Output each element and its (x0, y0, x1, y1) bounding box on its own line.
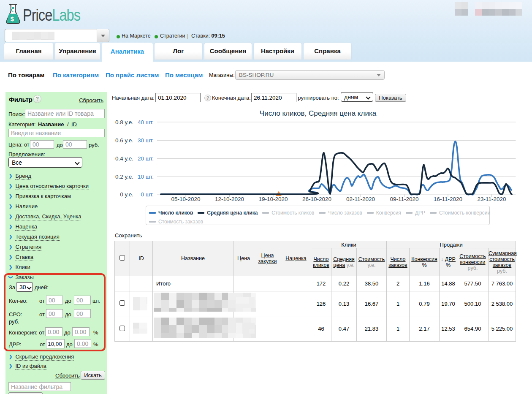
svg-text:30 шт.: 30 шт. (138, 137, 154, 144)
svg-text:02-11-2020: 02-11-2020 (346, 196, 375, 202)
svg-text:0.2 у.е.: 0.2 у.е. (115, 174, 133, 180)
svg-text:16-11-2020: 16-11-2020 (434, 196, 462, 202)
svg-text:0.6 у.е.: 0.6 у.е. (115, 137, 133, 144)
svg-text:05-10-2020: 05-10-2020 (171, 196, 200, 202)
svg-text:12-10-2020: 12-10-2020 (215, 196, 244, 202)
svg-text:0.4 у.е.: 0.4 у.е. (115, 155, 133, 162)
svg-text:20 шт.: 20 шт. (138, 155, 154, 162)
svg-text:19-10-2020: 19-10-2020 (258, 196, 288, 202)
svg-text:26-10-2020: 26-10-2020 (302, 196, 331, 202)
svg-text:09-11-2020: 09-11-2020 (390, 196, 418, 202)
svg-text:0 шт.: 0 шт. (141, 191, 154, 198)
svg-text:0 у.е.: 0 у.е. (120, 191, 133, 198)
svg-text:10 шт.: 10 шт. (138, 174, 154, 180)
svg-text:40 шт.: 40 шт. (138, 119, 154, 125)
svg-text:0.8 у.е.: 0.8 у.е. (115, 119, 133, 125)
svg-text:23-11-2020: 23-11-2020 (477, 196, 506, 202)
